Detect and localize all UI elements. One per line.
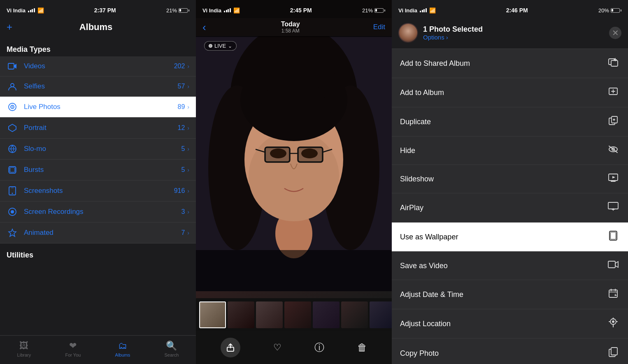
thumbnail-6[interactable] <box>341 301 368 328</box>
share-header: 1 Photo Selected Options › ✕ <box>392 18 628 49</box>
menu-item-screenshots[interactable]: Screenshots 916 › <box>0 181 196 202</box>
battery-albums: 21% <box>166 7 189 14</box>
share-button[interactable] <box>221 338 240 357</box>
battery-percent-photo: 21% <box>362 7 373 14</box>
svg-point-58 <box>612 320 614 323</box>
menu-item-selfies[interactable]: Selfies 57 › <box>0 77 196 97</box>
menu-item-live-photos[interactable]: Live Photos 89 › <box>0 97 196 118</box>
menu-item-videos[interactable]: Videos 202 › <box>0 56 196 77</box>
live-dot <box>209 44 212 48</box>
signal-bars-share <box>420 8 427 12</box>
live-chevron: ⌄ <box>228 43 232 49</box>
share-menu-item-copy-photo[interactable]: Copy Photo <box>392 338 628 364</box>
live-badge[interactable]: LIVE ⌄ <box>204 41 237 51</box>
animated-icon <box>7 228 18 237</box>
thumbnail-5[interactable] <box>313 301 340 328</box>
thumbnail-1[interactable] <box>199 301 226 328</box>
tab-library[interactable]: 🖼 Library <box>11 339 38 359</box>
info-button[interactable]: ⓘ <box>314 341 324 354</box>
signal-bars-photo <box>224 8 231 12</box>
albums-title: Albums <box>12 22 179 32</box>
live-label: LIVE <box>214 43 226 49</box>
share-menu-item-add-album[interactable]: Add to Album <box>392 78 628 107</box>
battery-percent-share: 20% <box>598 7 609 14</box>
close-button[interactable]: ✕ <box>609 27 621 39</box>
add-album-label: Add to Album <box>400 88 607 97</box>
svg-rect-11 <box>16 167 16 172</box>
slo-mo-icon <box>7 144 18 153</box>
status-bar-share: Vi India 📶 2:46 PM 20% <box>392 0 628 18</box>
thumbnail-4[interactable] <box>284 301 311 328</box>
carrier-name-albums: Vi India <box>7 7 26 14</box>
menu-item-portrait[interactable]: Portrait 12 › <box>0 118 196 139</box>
time-photo: 2:45 PM <box>290 7 312 14</box>
wifi-icon-photo: 📶 <box>233 7 240 14</box>
signal-bar-4 <box>34 8 35 12</box>
slideshow-icon <box>607 173 620 185</box>
share-menu-item-slideshow[interactable]: Slideshow <box>392 165 628 193</box>
edit-button[interactable]: Edit <box>373 23 385 31</box>
photo-nav-title: Today 1:58 AM <box>281 21 300 34</box>
share-menu-item-add-shared-album[interactable]: Add to Shared Album <box>392 49 628 78</box>
tab-for-you[interactable]: ❤ For You <box>58 339 87 359</box>
hide-icon <box>607 145 620 156</box>
thumbnail-2[interactable] <box>228 301 254 328</box>
status-carrier-albums: Vi India 📶 <box>7 7 44 14</box>
svg-rect-35 <box>196 250 392 291</box>
time-albums: 2:37 PM <box>94 7 116 14</box>
tab-albums[interactable]: 🗂 Albums <box>109 339 137 359</box>
photo-strip <box>196 298 392 331</box>
share-menu-item-adjust-location[interactable]: Adjust Location <box>392 309 628 338</box>
thumbnail-7[interactable] <box>370 301 392 328</box>
favorite-button[interactable]: ♡ <box>273 342 281 353</box>
screenshots-label: Screenshots <box>24 187 174 195</box>
signal-bar-2 <box>30 10 31 12</box>
share-menu-item-hide[interactable]: Hide <box>392 137 628 165</box>
hide-label: Hide <box>400 146 607 155</box>
share-menu-item-airplay[interactable]: AirPlay <box>392 193 628 223</box>
tab-albums-label: Albums <box>115 352 130 357</box>
menu-item-bursts[interactable]: Bursts 5 › <box>0 160 196 181</box>
signal-bar-3 <box>32 9 33 12</box>
time-share: 2:46 PM <box>506 7 528 14</box>
menu-item-slo-mo[interactable]: Slo-mo 5 › <box>0 139 196 160</box>
add-shared-album-icon <box>607 57 620 70</box>
photo-panel: Vi India 📶 2:45 PM 21% ‹ Today 1:58 <box>196 0 392 364</box>
screenshots-icon <box>7 186 18 195</box>
status-carrier-photo: Vi India 📶 <box>202 7 240 14</box>
selfies-chevron: › <box>187 83 189 90</box>
media-types-header: Media Types <box>0 38 196 56</box>
signal-bar-s1 <box>420 11 421 12</box>
animated-label: Animated <box>24 229 181 237</box>
share-menu-item-save-as-video[interactable]: Save as Video <box>392 252 628 280</box>
menu-item-screen-recordings[interactable]: Screen Recordings 3 › <box>0 202 196 223</box>
screen-recordings-count: 3 <box>181 208 185 216</box>
share-header-left: 1 Photo Selected Options › <box>398 23 483 43</box>
airplay-icon <box>607 202 620 214</box>
bursts-icon <box>7 165 18 174</box>
options-link[interactable]: Options › <box>423 34 483 41</box>
back-button[interactable]: ‹ <box>202 21 208 34</box>
tab-search[interactable]: 🔍 Search <box>158 339 186 359</box>
search-icon: 🔍 <box>166 341 177 351</box>
share-menu-item-adjust-date-time[interactable]: Adjust Date & Time <box>392 280 628 309</box>
svg-point-4 <box>12 107 13 108</box>
adjust-location-label: Adjust Location <box>400 320 607 328</box>
share-menu-item-use-as-wallpaper[interactable]: Use as Wallpaper <box>392 223 628 252</box>
screen-recordings-chevron: › <box>187 209 189 215</box>
svg-rect-0 <box>8 63 14 69</box>
thumbnail-3[interactable] <box>256 301 283 328</box>
slideshow-label: Slideshow <box>400 175 607 183</box>
add-album-button[interactable]: + <box>7 21 12 33</box>
wifi-icon: 📶 <box>37 7 44 14</box>
share-menu-item-duplicate[interactable]: Duplicate <box>392 107 628 137</box>
save-as-video-icon <box>607 260 620 271</box>
portrait-count: 12 <box>178 124 185 132</box>
live-photos-icon <box>7 102 18 111</box>
delete-button[interactable]: 🗑 <box>357 342 367 353</box>
menu-item-animated[interactable]: Animated 7 › <box>0 223 196 243</box>
slo-mo-label: Slo-mo <box>24 145 181 153</box>
photo-svg <box>196 36 392 291</box>
signal-bar-p4 <box>230 8 231 12</box>
live-photos-count: 89 <box>178 103 185 111</box>
